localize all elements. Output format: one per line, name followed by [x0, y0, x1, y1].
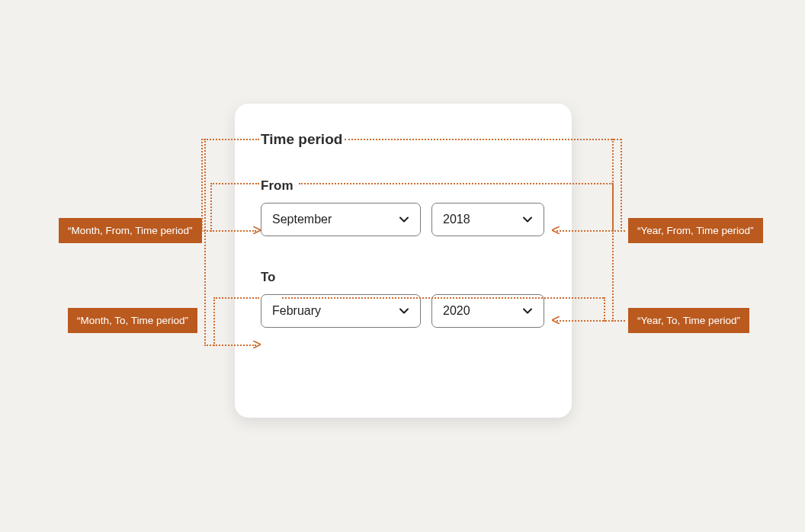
dashed-connector — [213, 297, 215, 346]
dashed-connector — [210, 183, 212, 232]
arrow-left-icon — [552, 226, 560, 234]
dashed-connector — [213, 297, 259, 299]
to-year-value: 2020 — [443, 304, 470, 318]
dashed-connector — [201, 139, 259, 140]
chevron-down-icon — [522, 306, 533, 316]
annotation-year-from: “Year, From, Time period” — [628, 218, 763, 243]
annotation-month-to: “Month, To, Time period” — [68, 308, 197, 333]
from-month-select[interactable]: September — [261, 203, 421, 236]
to-label: To — [261, 270, 546, 285]
dashed-connector — [204, 345, 256, 346]
dashed-connector — [345, 139, 621, 140]
from-year-select[interactable]: 2018 — [431, 203, 544, 236]
dashed-connector — [299, 183, 613, 184]
arrow-left-icon — [552, 316, 560, 324]
from-label: From — [261, 178, 546, 194]
arrow-right-icon — [253, 341, 261, 348]
chevron-down-icon — [399, 306, 409, 316]
dashed-connector — [201, 230, 256, 232]
to-year-select[interactable]: 2020 — [431, 294, 544, 328]
dashed-connector — [201, 139, 203, 232]
dashed-connector — [210, 183, 259, 184]
from-month-value: September — [272, 213, 332, 226]
annotation-year-to: “Year, To, Time period” — [628, 308, 749, 333]
chevron-down-icon — [399, 214, 409, 225]
chevron-down-icon — [522, 214, 533, 225]
to-month-select[interactable]: February — [261, 294, 421, 328]
annotation-month-from: “Month, From, Time period” — [59, 218, 202, 243]
arrow-right-icon — [253, 226, 261, 234]
dashed-connector — [621, 139, 622, 232]
dashed-connector — [282, 297, 604, 299]
dashed-connector — [612, 139, 614, 322]
time-period-card: Time period From September 2018 To Febru… — [235, 104, 572, 418]
dashed-connector — [556, 320, 625, 322]
dashed-connector — [556, 230, 625, 232]
from-year-value: 2018 — [443, 213, 470, 226]
to-month-value: February — [272, 304, 321, 318]
dashed-connector — [604, 297, 605, 322]
to-row: February 2020 — [261, 294, 546, 328]
from-row: September 2018 — [261, 203, 546, 236]
dashed-connector — [204, 139, 206, 346]
